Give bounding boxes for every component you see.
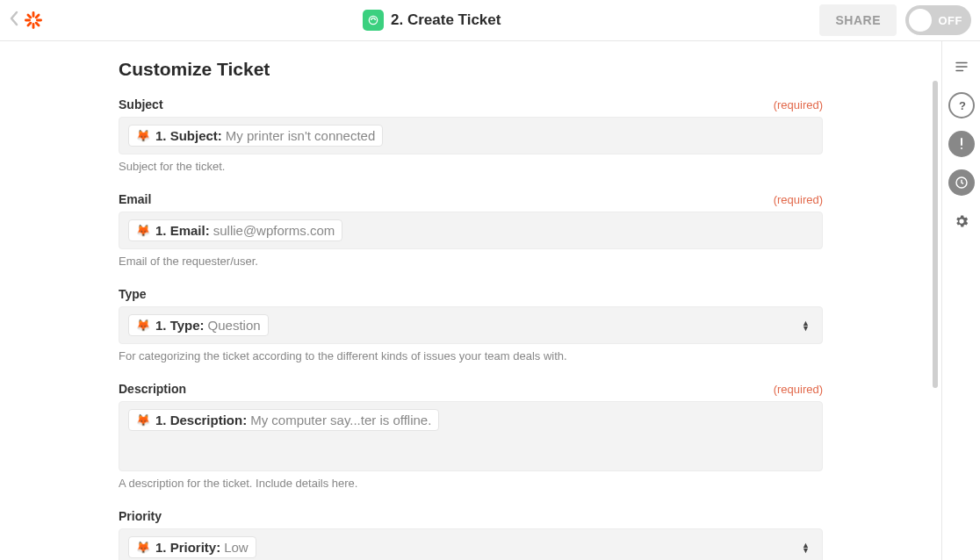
- svg-point-8: [369, 16, 377, 24]
- step-title: 2. Create Ticket: [391, 11, 501, 29]
- pill-label: 1. Email:: [155, 223, 210, 238]
- wpforms-icon: 🦊: [136, 414, 150, 426]
- svg-text:?: ?: [959, 99, 966, 111]
- field-label: Type: [119, 287, 147, 301]
- pill-value: My computer say...ter is offline.: [250, 413, 431, 427]
- settings-icon[interactable]: [948, 208, 975, 234]
- zapier-logo-icon[interactable]: [23, 10, 44, 31]
- section-title: Customize Ticket: [119, 59, 823, 80]
- field-label: Description: [119, 382, 186, 396]
- mapped-field-pill[interactable]: 🦊 1. Subject: My printer isn't connected: [128, 125, 383, 147]
- header-right: SHARE OFF: [819, 4, 971, 36]
- svg-rect-3: [36, 19, 42, 22]
- field-header: Subject (required): [119, 97, 823, 111]
- body-area: Customize Ticket Subject (required) 🦊 1.…: [0, 41, 980, 560]
- priority-select[interactable]: 🦊 1. Priority: Low ▲▼: [119, 528, 823, 560]
- step-title-container: 2. Create Ticket: [44, 10, 819, 31]
- mapped-field-pill[interactable]: 🦊 1. Type: Question: [128, 314, 269, 336]
- description-input[interactable]: 🦊 1. Description: My computer say...ter …: [119, 401, 823, 471]
- form-card: Customize Ticket Subject (required) 🦊 1.…: [66, 41, 876, 560]
- back-icon[interactable]: [9, 11, 19, 30]
- mapped-field-pill[interactable]: 🦊 1. Email: sullie@wpforms.com: [128, 219, 342, 241]
- mapped-field-pill[interactable]: 🦊 1. Priority: Low: [128, 536, 256, 558]
- app-header: 2. Create Ticket SHARE OFF: [0, 0, 980, 41]
- main-content: Customize Ticket Subject (required) 🦊 1.…: [0, 41, 941, 560]
- field-help: Email of the requester/user.: [119, 255, 823, 268]
- field-header: Type: [119, 287, 823, 301]
- field-priority: Priority 🦊 1. Priority: Low ▲▼ Priority …: [119, 509, 823, 560]
- mapped-field-pill[interactable]: 🦊 1. Description: My computer say...ter …: [128, 409, 439, 431]
- required-badge: (required): [774, 193, 823, 206]
- field-email: Email (required) 🦊 1. Email: sullie@wpfo…: [119, 192, 823, 268]
- field-header: Email (required): [119, 192, 823, 206]
- alert-icon[interactable]: [948, 131, 975, 157]
- on-off-toggle[interactable]: OFF: [905, 5, 971, 35]
- field-label: Email: [119, 192, 151, 206]
- pill-label: 1. Priority:: [155, 540, 220, 555]
- field-subject: Subject (required) 🦊 1. Subject: My prin…: [119, 97, 823, 173]
- select-caret-icon: ▲▼: [802, 542, 810, 553]
- app-step-icon: [363, 10, 384, 31]
- field-type: Type 🦊 1. Type: Question ▲▼ For categori…: [119, 287, 823, 363]
- svg-rect-1: [32, 23, 35, 29]
- pill-value: Question: [208, 318, 261, 333]
- history-icon[interactable]: [948, 169, 975, 196]
- field-help: For categorizing the ticket according to…: [119, 349, 823, 363]
- required-badge: (required): [774, 383, 823, 396]
- field-help: A description for the ticket. Include de…: [119, 477, 823, 490]
- scrollbar-thumb[interactable]: [933, 81, 938, 388]
- svg-rect-7: [34, 21, 40, 27]
- right-rail: ?: [941, 41, 980, 560]
- pill-value: sullie@wpforms.com: [213, 223, 335, 238]
- header-left: [9, 10, 44, 31]
- wpforms-icon: 🦊: [136, 225, 150, 236]
- pill-label: 1. Type:: [155, 318, 205, 333]
- wpforms-icon: 🦊: [136, 542, 150, 553]
- pill-label: 1. Description:: [155, 413, 247, 427]
- toggle-knob: [909, 9, 932, 32]
- toggle-label: OFF: [939, 14, 963, 27]
- svg-rect-13: [961, 138, 962, 146]
- field-label: Subject: [119, 97, 163, 111]
- required-badge: (required): [774, 98, 823, 111]
- pill-value: Low: [224, 540, 249, 555]
- outline-icon[interactable]: [948, 54, 975, 80]
- field-help: Subject for the ticket.: [119, 160, 823, 173]
- subject-input[interactable]: 🦊 1. Subject: My printer isn't connected: [119, 117, 823, 154]
- svg-rect-2: [25, 19, 31, 22]
- field-label: Priority: [119, 509, 162, 523]
- pill-value: My printer isn't connected: [226, 128, 375, 143]
- svg-rect-14: [961, 147, 962, 149]
- share-button[interactable]: SHARE: [819, 4, 897, 36]
- svg-rect-6: [26, 13, 32, 19]
- field-header: Priority: [119, 509, 823, 523]
- svg-rect-5: [26, 21, 32, 27]
- select-caret-icon: ▲▼: [802, 320, 810, 331]
- help-icon[interactable]: ?: [948, 92, 975, 118]
- field-header: Description (required): [119, 382, 823, 396]
- field-description: Description (required) 🦊 1. Description:…: [119, 382, 823, 490]
- wpforms-icon: 🦊: [136, 319, 150, 331]
- svg-rect-0: [32, 11, 35, 18]
- svg-rect-4: [34, 13, 40, 19]
- wpforms-icon: 🦊: [136, 130, 150, 141]
- type-select[interactable]: 🦊 1. Type: Question ▲▼: [119, 306, 823, 344]
- email-input[interactable]: 🦊 1. Email: sullie@wpforms.com: [119, 212, 823, 249]
- pill-label: 1. Subject:: [155, 128, 222, 143]
